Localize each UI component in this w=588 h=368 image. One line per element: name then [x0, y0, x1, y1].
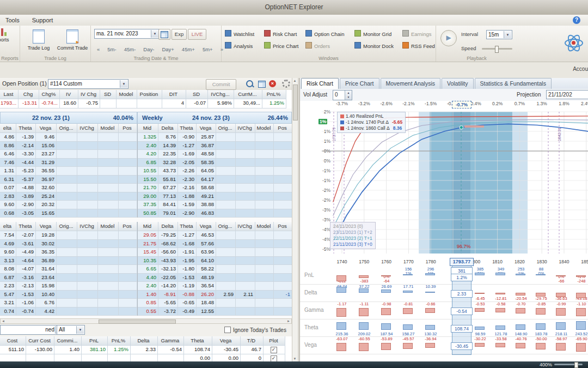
column-header[interactable]: PnL	[82, 336, 108, 346]
tab-movement-analysis[interactable]: Movement Analysis	[381, 78, 440, 89]
column-header[interactable]: Orig...	[57, 222, 77, 231]
help-icon[interactable]: ?	[573, 16, 580, 24]
table-row[interactable]: 29.0077.13-1.8849.21	[138, 192, 292, 201]
column-header[interactable]: Theta	[16, 124, 36, 133]
table-row[interactable]: 21.7067.27-2.1658.68	[138, 184, 292, 192]
table-row[interactable]: 5.47-1.5310.40	[0, 291, 137, 299]
column-header[interactable]: Delta	[158, 222, 178, 231]
trading-date-input[interactable]: ma. 21 nov. 2023 ▼	[94, 29, 160, 39]
position-selector[interactable]: #114 Custom ▼	[48, 79, 128, 89]
tab-statistics-fundamentals[interactable]: Statistics & Fundamentals	[475, 78, 552, 89]
table-row[interactable]: 4.2022.35-1.6948.58	[138, 150, 292, 159]
table-row[interactable]: 6.65-32.13-1.8058.22	[138, 265, 292, 274]
nav-5m[interactable]: 5m-	[104, 45, 119, 53]
vol-adjust-spinner[interactable]: 0 ▲▼	[333, 90, 352, 100]
table-row[interactable]: 2.83-3.8925.24	[0, 192, 137, 201]
tab-volatility[interactable]: Volatility	[442, 78, 474, 89]
table-row[interactable]: 0.74-0.744.42	[0, 307, 137, 316]
speed-slider[interactable]	[482, 48, 512, 50]
live-button[interactable]: LIVE	[188, 29, 206, 40]
table-row[interactable]: 6.8532.28-2.0558.35	[138, 159, 292, 167]
column-header[interactable]: Commi...	[54, 336, 82, 346]
table-row[interactable]: 9.60-2.9020.32	[0, 201, 137, 209]
nav-day[interactable]: Day-	[140, 45, 157, 53]
column-header[interactable]: Position	[137, 90, 162, 99]
column-header[interactable]: IVChg	[77, 124, 98, 133]
table-row[interactable]: 0.000.000✓	[0, 354, 292, 361]
column-header[interactable]: SD	[100, 90, 117, 99]
column-header[interactable]: PnL%	[262, 90, 286, 99]
column-header[interactable]: Orig...	[216, 124, 236, 133]
column-header[interactable]: Plot	[264, 336, 285, 346]
chart-zoom-slider[interactable]	[554, 364, 583, 365]
table-row[interactable]: 1.31-5.2336.55	[0, 167, 137, 176]
table-row[interactable]: 6.87-3.1623.64	[0, 274, 137, 282]
table-row[interactable]: 37.3584.41-1.5938.88	[138, 201, 292, 209]
table-row[interactable]: 8.08-4.0731.64	[0, 265, 137, 274]
table-row[interactable]: 1.3258.76-0.9025.87	[138, 133, 292, 142]
table-row[interactable]: 1793...-13.31-0.74...18.60-0.754-0.075.9…	[0, 99, 292, 108]
table-row[interactable]: 1.40-8.91-0.8826.202.592.11-1	[138, 291, 292, 299]
column-header[interactable]: Gamma	[158, 336, 184, 346]
tab-risk-chart[interactable]: Risk Chart	[301, 78, 339, 89]
column-header[interactable]: Delta	[131, 336, 158, 346]
nav-day[interactable]: Day+	[158, 45, 177, 53]
column-header[interactable]: Model	[255, 222, 274, 231]
column-header[interactable]: Theta	[184, 336, 212, 346]
commit-trade-button[interactable]: Commit Trade	[56, 27, 89, 57]
reports-button[interactable]: eports	[0, 27, 17, 57]
column-header[interactable]: IVChg	[236, 222, 255, 231]
ignore-trades-checkbox-box[interactable]	[224, 327, 231, 333]
step-back-fast-button[interactable]: «	[94, 45, 103, 53]
table-row[interactable]: 3.21-1.066.76	[0, 299, 137, 307]
table-row[interactable]: 511.10-130.001.40381.101.25%2.33-0.54108…	[0, 346, 292, 354]
column-header[interactable]: Vega	[36, 222, 57, 231]
column-header[interactable]: Cost	[0, 336, 26, 346]
windows-item-price-chart[interactable]: Price Chart	[264, 42, 299, 51]
scroll-down-icon[interactable]: ▼	[292, 356, 297, 361]
horizontal-scroll-thumb[interactable]	[99, 319, 176, 324]
position-selector-dropdown-icon[interactable]: ▼	[120, 80, 127, 88]
column-header[interactable]: DIT	[162, 90, 186, 99]
group-filter-select[interactable]: ned ▼	[0, 325, 64, 335]
column-header[interactable]: Pos	[274, 124, 292, 133]
column-header[interactable]: Vega	[197, 124, 216, 133]
menu-tools[interactable]: Tools	[0, 15, 25, 26]
column-header[interactable]: elta	[0, 222, 16, 231]
windows-item-monitor-grid[interactable]: Monitor Grid	[354, 30, 391, 39]
column-header[interactable]: IVChg...	[208, 90, 234, 99]
table-row[interactable]: 6.46-3.3023.27	[0, 150, 137, 159]
windows-item-monitor-dock[interactable]: Monitor Dock	[354, 42, 394, 51]
speed-slider-handle[interactable]	[495, 46, 499, 53]
trade-log-button[interactable]: Trade Log	[23, 27, 54, 57]
column-header[interactable]: IV	[60, 90, 78, 99]
leg-filter-dropdown-icon[interactable]: ▼	[76, 326, 84, 334]
table-row[interactable]: 0.68-3.0515.65	[0, 209, 137, 218]
zoom-icon[interactable]	[246, 80, 253, 87]
column-header[interactable]: Vega	[36, 124, 57, 133]
account-tab[interactable]: Accou	[573, 66, 588, 72]
leg-filter-select[interactable]: All ▼	[57, 325, 85, 335]
column-header[interactable]: Vega	[197, 222, 216, 231]
table-row[interactable]: 0.07-4.8832.60	[0, 184, 137, 192]
vertical-scrollbar[interactable]: ▲ ▼	[292, 78, 298, 361]
scroll-right-icon[interactable]: ►	[286, 319, 291, 323]
table-row[interactable]: 21.75-68.62-1.6857.66	[138, 240, 292, 249]
column-header[interactable]: Mid	[138, 222, 158, 231]
expiration-header-2[interactable]: Weekly 24 nov. 23 (3) 26.44%	[137, 112, 292, 124]
column-header[interactable]: CurrM...	[234, 90, 262, 99]
commit-button[interactable]: Commit	[206, 79, 236, 90]
export-grid-icon[interactable]	[258, 81, 266, 88]
nav-45m[interactable]: 45m-	[121, 45, 139, 53]
table-row[interactable]: 2.4014.39-1.2736.87	[138, 142, 292, 150]
windows-item-rss-feed[interactable]: RSS Feed	[402, 42, 435, 51]
table-row[interactable]: 7.46-4.4431.29	[0, 159, 137, 167]
table-row[interactable]: 0.85-5.65-0.6518.48	[138, 299, 292, 307]
table-row[interactable]: 2.23-2.1315.98	[0, 282, 137, 291]
table-row[interactable]: 4.86-1.399.46	[0, 133, 137, 142]
column-header[interactable]: Chg%	[39, 90, 60, 99]
close-position-icon[interactable]: ×	[269, 80, 276, 87]
table-row[interactable]: 10.5543.73-2.2664.05	[138, 167, 292, 176]
column-header[interactable]: T/D	[241, 336, 264, 346]
table-row[interactable]: 29.05-79.25-1.2746.53	[138, 231, 292, 240]
